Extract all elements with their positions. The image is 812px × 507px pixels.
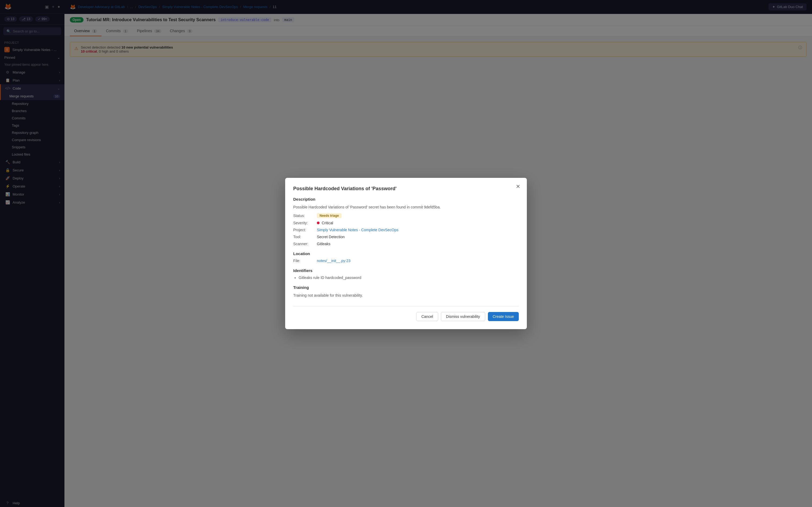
identifiers-section-title: Identifiers [293,268,519,273]
file-field: File: notes/__init__.py:23 [293,259,519,263]
project-field: Project: Simply Vulnerable Notes - Compl… [293,228,519,232]
scanner-value: Gitleaks [317,242,331,246]
modal-backdrop: ✕ Possible Hardcoded Variations of 'Pass… [0,0,812,507]
scanner-label: Scanner: [293,242,315,246]
needs-triage-badge: Needs triage [317,213,342,218]
description-section-title: Description [293,197,519,202]
severity-field: Severity: Critical [293,221,519,225]
file-label: File: [293,259,315,263]
modal-footer: Cancel Dismiss vulnerability Create Issu… [293,306,519,321]
file-link[interactable]: notes/__init__.py:23 [317,259,350,263]
severity-value: Critical [322,221,333,225]
tool-field: Tool: Secret Detection [293,235,519,239]
tool-value: Secret Detection [317,235,345,239]
create-issue-button[interactable]: Create Issue [488,312,519,321]
status-label: Status: [293,214,315,218]
project-link[interactable]: Simply Vulnerable Notes - Complete DevSe… [317,228,399,232]
tool-label: Tool: [293,235,315,239]
identifiers-list: Gitleaks rule ID hardcoded_password [293,276,519,280]
vulnerability-modal: ✕ Possible Hardcoded Variations of 'Pass… [285,178,527,329]
severity-label: Severity: [293,221,315,225]
training-text: Training not available for this vulnerab… [293,292,519,298]
modal-close-button[interactable]: ✕ [514,182,522,191]
cancel-button[interactable]: Cancel [416,312,438,321]
modal-description-body: Possible Hardcoded Variations of 'Passwo… [293,204,519,210]
training-section-title: Training [293,285,519,290]
training-body: Training not available for this vulnerab… [293,292,519,298]
identifier-item: Gitleaks rule ID hardcoded_password [299,276,519,280]
description-text: Possible Hardcoded Variations of 'Passwo… [293,204,519,210]
dismiss-vulnerability-button[interactable]: Dismiss vulnerability [441,312,485,321]
project-label: Project: [293,228,315,232]
severity-dot [317,222,319,224]
location-section-title: Location [293,251,519,256]
modal-title: Possible Hardcoded Variations of 'Passwo… [293,186,519,191]
status-field: Status: Needs triage [293,213,519,218]
scanner-field: Scanner: Gitleaks [293,242,519,246]
